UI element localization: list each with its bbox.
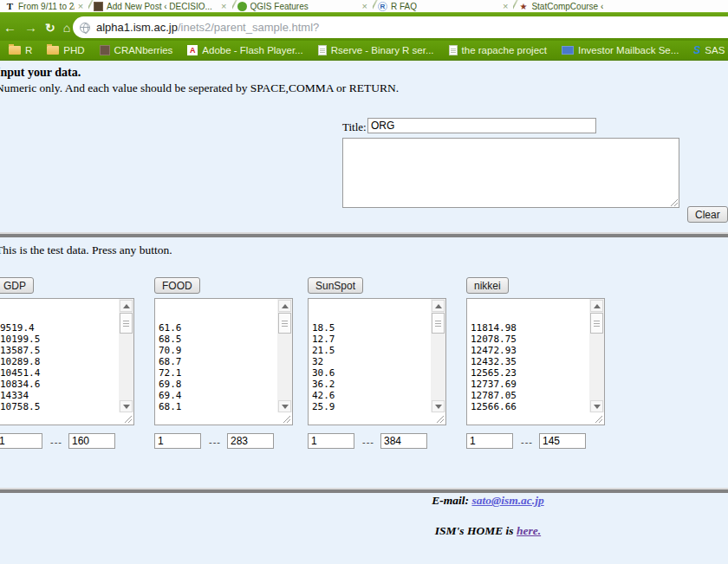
page-icon (318, 45, 327, 55)
r-favicon-icon: R (378, 2, 387, 11)
folder-icon (9, 46, 21, 55)
scroll-up-icon[interactable] (278, 300, 291, 312)
scrollbar[interactable] (431, 299, 445, 412)
food-range-start-input[interactable] (154, 433, 201, 449)
bookmark-adobe-flash[interactable]: AAdobe - Flash Player... (187, 45, 302, 55)
scrollbar[interactable] (589, 299, 604, 412)
home-line: ISM's HOME is here. (358, 524, 618, 538)
nikkei-range-end-input[interactable] (539, 433, 586, 449)
home-text: ISM's HOME is (435, 524, 514, 537)
scroll-down-icon[interactable] (432, 400, 445, 412)
range-separator: --- (209, 437, 221, 447)
tab-add-new-post[interactable]: Add New Post ‹ DECISIO... × (88, 0, 231, 12)
clear-button[interactable]: Clear (687, 206, 728, 223)
close-icon[interactable]: × (78, 2, 83, 10)
scroll-down-icon[interactable] (590, 400, 603, 412)
food-range-end-input[interactable] (227, 433, 274, 449)
bookmark-investor-mailback[interactable]: Investor Mailback Se... (562, 45, 679, 55)
resize-grip[interactable] (594, 414, 602, 423)
resize-grip[interactable] (282, 414, 290, 423)
tab-title: From 9/11 to 2/11 - NYTi... (18, 2, 75, 11)
sunspot-data-box[interactable]: 18.5 12.7 21.5 32 30.6 36.2 42.6 25.9 (308, 298, 446, 425)
bookmark-label: PHD (63, 45, 84, 55)
tab-nyt[interactable]: T From 9/11 to 2/11 - NYTi... × (0, 0, 88, 12)
resize-grip[interactable] (123, 414, 132, 423)
nikkei-button[interactable]: nikkei (466, 277, 509, 294)
back-button[interactable]: ← (3, 21, 16, 34)
statcomp-favicon-icon: ★ (518, 2, 528, 11)
bookmark-rapache[interactable]: the rapache project (449, 45, 547, 55)
food-data-box[interactable]: 61.6 68.5 70.9 68.7 72.1 69.8 69.4 68.1 (154, 298, 293, 425)
bookmark-sas[interactable]: SSAS Discussion Foru... (693, 45, 728, 55)
tab-title: R FAQ (391, 2, 417, 11)
bookmark-phd[interactable]: PHD (47, 45, 84, 55)
bookmark-r[interactable]: R (9, 45, 32, 55)
sunspot-range-start-input[interactable] (308, 433, 354, 449)
nikkei-range-start-input[interactable] (466, 433, 513, 449)
sas-favicon-icon: S (693, 45, 700, 55)
tab-qgis[interactable]: QGIS Features × (232, 0, 373, 12)
scroll-down-icon[interactable] (278, 400, 291, 412)
scrollbar-thumb[interactable] (590, 313, 603, 334)
scrollbar-thumb[interactable] (432, 313, 445, 334)
close-icon[interactable]: × (221, 2, 226, 10)
gdp-range-end-input[interactable] (68, 433, 115, 449)
scrollbar[interactable] (119, 299, 133, 412)
range-separator: --- (521, 437, 533, 447)
scroll-up-icon[interactable] (590, 300, 603, 312)
range-separator: --- (362, 437, 374, 447)
page-url: alpha1.ism.ac.jp/inets2/parent_sample.ht… (96, 21, 319, 34)
divider (0, 488, 728, 493)
scrollbar-thumb[interactable] (120, 313, 133, 334)
sunspot-button[interactable]: SunSpot (308, 277, 363, 294)
gdp-values: 9519.4 10199.5 13587.5 10289.8 10451.4 1… (0, 299, 133, 412)
gdp-data-box[interactable]: 9519.4 10199.5 13587.5 10289.8 10451.4 1… (0, 298, 134, 425)
close-icon[interactable]: × (503, 2, 508, 10)
browser-toolbar: ← → ↻ ⌂ alpha1.ism.ac.jp/inets2/parent_s… (0, 12, 728, 41)
tab-statcompcourse[interactable]: ★ StatCompCourse ‹ (513, 0, 728, 12)
gdp-button[interactable]: GDP (0, 277, 34, 294)
tab-title: QGIS Features (250, 2, 309, 11)
url-host: alpha1.ism.ac.jp (96, 21, 178, 34)
reload-button[interactable]: ↻ (45, 22, 55, 34)
page-footer: E-mail: sato@ism.ac.jp ISM's HOME is her… (358, 494, 618, 538)
bookmark-cranberries[interactable]: CRANberries (100, 45, 173, 55)
adobe-favicon-icon: A (187, 45, 198, 55)
scroll-down-icon[interactable] (120, 400, 133, 412)
food-values: 61.6 68.5 70.9 68.7 72.1 69.8 69.4 68.1 (155, 299, 292, 412)
gdp-range-start-input[interactable] (0, 433, 42, 449)
forward-button[interactable]: → (24, 21, 37, 34)
resize-grip[interactable] (435, 414, 444, 423)
bookmark-rserve[interactable]: Rserve - Binary R ser... (318, 45, 434, 55)
sunspot-range-end-input[interactable] (380, 433, 427, 449)
folder-icon (47, 46, 59, 55)
qgis-favicon-icon (237, 2, 247, 11)
bookmark-label: SAS Discussion Foru... (705, 45, 728, 55)
food-button[interactable]: FOOD (154, 277, 200, 294)
bookmark-label: CRANberries (114, 45, 173, 55)
tab-title: StatCompCourse ‹ (531, 2, 603, 11)
scroll-up-icon[interactable] (120, 300, 133, 312)
range-separator: --- (50, 437, 62, 447)
nikkei-data-box[interactable]: 11814.98 12078.75 12472.93 12432.35 1256… (466, 298, 605, 425)
bookmark-label: R (25, 45, 32, 55)
email-link[interactable]: sato@ism.ac.jp (471, 494, 543, 507)
scrollbar[interactable] (277, 299, 292, 412)
scrollbar-thumb[interactable] (278, 313, 291, 334)
blog-post-favicon-icon (94, 2, 103, 11)
email-line: E-mail: sato@ism.ac.jp (358, 494, 618, 508)
scroll-up-icon[interactable] (432, 300, 445, 312)
bookmark-label: Adobe - Flash Player... (202, 45, 302, 55)
home-button[interactable]: ⌂ (63, 22, 70, 34)
address-bar[interactable]: alpha1.ism.ac.jp/inets2/parent_sample.ht… (73, 16, 728, 38)
close-icon[interactable]: × (362, 2, 367, 10)
cms-favicon-icon (562, 46, 574, 55)
tab-title: Add New Post ‹ DECISIO... (107, 2, 212, 11)
web-page: Input your data. Numeric only. And each … (0, 61, 728, 564)
bookmark-label: Investor Mailback Se... (578, 45, 679, 55)
tab-r-faq[interactable]: R R FAQ × (373, 0, 513, 12)
email-label: E-mail: (432, 494, 469, 507)
tab-strip: T From 9/11 to 2/11 - NYTi... × Add New … (0, 0, 728, 12)
ism-home-link[interactable]: here. (517, 524, 541, 537)
bookmarks-bar: R PHD CRANberries AAdobe - Flash Player.… (0, 41, 728, 61)
